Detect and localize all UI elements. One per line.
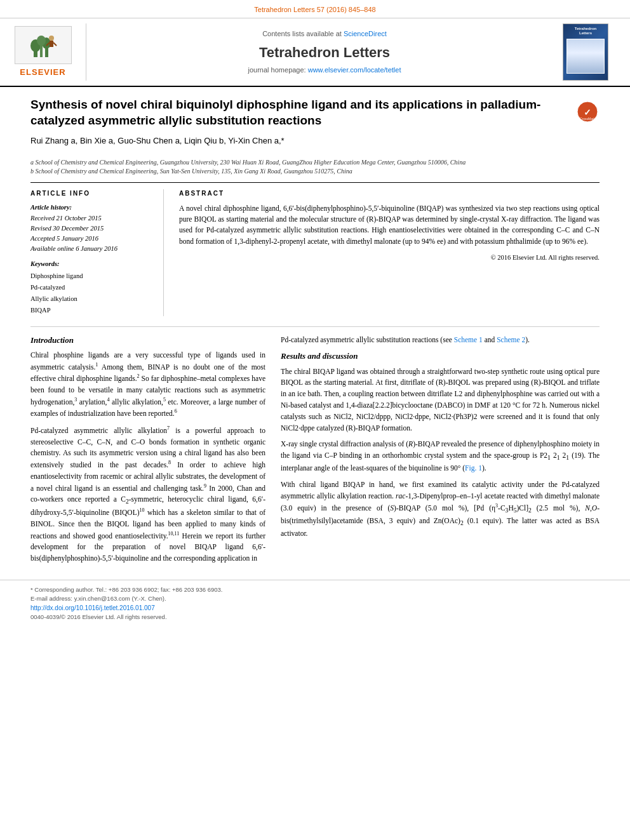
intro-paragraph-1: Chiral phosphine ligands are a very succ…	[30, 350, 265, 420]
scheme2-link[interactable]: Scheme 2	[497, 336, 525, 343]
copyright-line: © 2016 Elsevier Ltd. All rights reserved…	[179, 253, 600, 263]
journal-title: Tetrahedron Letters	[259, 43, 390, 63]
introduction-heading: Introduction	[30, 335, 265, 346]
history-available: Available online 6 January 2016	[30, 244, 153, 254]
doi-link[interactable]: http://dx.doi.org/10.1016/j.tetlet.2016.…	[30, 604, 155, 611]
contents-label: Contents lists available at	[262, 30, 342, 37]
keyword-2: Pd-catalyzed	[30, 282, 153, 293]
page-wrapper: Tetrahedron Letters 57 (2016) 845–848	[0, 0, 630, 626]
abstract-column: ABSTRACT A novel chiral diphosphine liga…	[179, 189, 600, 316]
sciencedirect-line: Contents lists available at ScienceDirec…	[262, 29, 387, 39]
elsevier-wordmark: ELSEVIER	[20, 67, 65, 78]
sciencedirect-link[interactable]: ScienceDirect	[344, 30, 387, 37]
corresponding-note: * Corresponding author. Tel.: +86 203 93…	[30, 585, 600, 594]
svg-rect-4	[40, 44, 43, 57]
issn-line: 0040-4039/© 2016 Elsevier Ltd. All right…	[30, 613, 600, 621]
abstract-label: ABSTRACT	[179, 189, 600, 198]
introduction-column: Introduction Chiral phosphine ligands ar…	[30, 335, 265, 570]
results-paragraph-2: X-ray single crystal diffraction analysi…	[281, 439, 600, 474]
authors-line: Rui Zhang a, Bin Xie a, Guo-Shu Chen a, …	[30, 135, 568, 147]
keywords-section: Keywords: Diphosphine ligand Pd-catalyze…	[30, 260, 153, 316]
homepage-prefix: journal homepage:	[248, 66, 306, 74]
homepage-line: journal homepage: www.elsevier.com/locat…	[248, 65, 401, 75]
article-title-text: Synthesis of novel chiral biquinolyl dip…	[30, 97, 568, 150]
article-info-abstract-section: ARTICLE INFO Article history: Received 2…	[30, 182, 600, 316]
article-history: Article history: Received 21 October 201…	[30, 203, 153, 254]
section-divider	[30, 326, 600, 327]
svg-point-6	[49, 36, 54, 41]
article-title: Synthesis of novel chiral biquinolyl dip…	[30, 97, 568, 128]
crossmark-icon: ✓ CrossMark	[577, 101, 598, 123]
email-note: E-mail address: y.xin.chen@163.com (Y.-X…	[30, 594, 600, 603]
results-heading: Results and discussion	[281, 350, 600, 362]
keyword-3: Allylic alkylation	[30, 293, 153, 305]
intro-continued: Pd-catalyzed asymmetric allylic substitu…	[281, 335, 600, 346]
svg-text:CrossMark: CrossMark	[580, 117, 596, 121]
history-received: Received 21 October 2015	[30, 213, 153, 223]
top-bar: Tetrahedron Letters 57 (2016) 845–848	[0, 0, 630, 18]
journal-header-center: Contents lists available at ScienceDirec…	[97, 23, 553, 81]
svg-line-9	[53, 43, 57, 46]
journal-reference: Tetrahedron Letters 57 (2016) 845–848	[254, 6, 375, 13]
cover-title: TetrahedronLetters	[575, 27, 597, 36]
scheme1-link[interactable]: Scheme 1	[454, 336, 483, 343]
keywords-label: Keywords:	[30, 260, 153, 269]
page-footer: * Corresponding author. Tel.: +86 203 93…	[0, 580, 630, 626]
abstract-text: A novel chiral diphosphine ligand, 6,6′-…	[179, 203, 600, 247]
affiliations: a School of Chemistry and Chemical Engin…	[30, 158, 600, 176]
svg-rect-7	[50, 41, 53, 47]
main-content: Synthesis of novel chiral biquinolyl dip…	[0, 87, 630, 580]
history-accepted: Accepted 5 January 2016	[30, 234, 153, 244]
svg-text:✓: ✓	[584, 107, 591, 117]
keyword-1: Diphosphine ligand	[30, 270, 153, 282]
results-paragraph-1: The chiral BIQAP ligand was obtained thr…	[281, 366, 600, 434]
authors-display: Rui Zhang a, Bin Xie a, Guo-Shu Chen a, …	[30, 136, 285, 145]
svg-point-5	[37, 36, 46, 46]
keyword-4: BIQAP	[30, 305, 153, 316]
intro-paragraph-2: Pd-catalyzed asymmetric allylic alkylati…	[30, 425, 265, 564]
affiliation-a: a School of Chemistry and Chemical Engin…	[30, 158, 600, 167]
body-columns: Introduction Chiral phosphine ligands ar…	[30, 335, 600, 570]
journal-header: ELSEVIER Contents lists available at Sci…	[0, 18, 630, 87]
elsevier-logo-area: ELSEVIER	[10, 23, 86, 81]
affiliation-b: b School of Chemistry and Chemical Engin…	[30, 167, 600, 176]
journal-cover-area: TetrahedronLetters	[563, 23, 620, 81]
history-revised: Revised 30 December 2015	[30, 223, 153, 234]
article-info-label: ARTICLE INFO	[30, 189, 153, 198]
homepage-url[interactable]: www.elsevier.com/locate/tetlet	[308, 66, 401, 74]
fig1-link[interactable]: Fig. 1	[465, 464, 482, 472]
elsevier-tree-icon	[27, 32, 59, 58]
elsevier-logo-box	[15, 26, 72, 64]
results-column: Pd-catalyzed asymmetric allylic substitu…	[281, 335, 600, 570]
journal-cover-thumbnail: TetrahedronLetters	[563, 23, 608, 81]
crossmark-badge[interactable]: ✓ CrossMark	[575, 100, 600, 124]
article-info-column: ARTICLE INFO Article history: Received 2…	[30, 189, 164, 316]
article-title-section: Synthesis of novel chiral biquinolyl dip…	[30, 97, 600, 150]
history-label: Article history:	[30, 203, 153, 213]
results-paragraph-3: With chiral ligand BIQAP in hand, we fir…	[281, 479, 600, 540]
